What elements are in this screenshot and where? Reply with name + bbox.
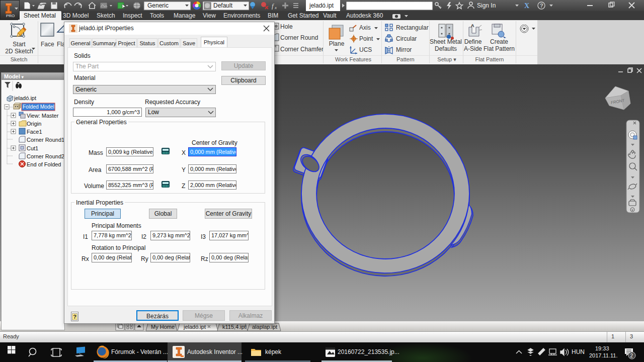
svg-text:X: X — [524, 2, 529, 10]
svg-text:?: ? — [540, 3, 543, 9]
svg-text:PRO: PRO — [6, 14, 15, 18]
svg-text:alaplap.ipt: alaplap.ipt — [252, 324, 277, 330]
svg-text:19:33: 19:33 — [595, 345, 609, 351]
svg-text:képek: képek — [265, 348, 282, 355]
svg-text:Default: Default — [213, 2, 233, 9]
svg-text:Generic: Generic — [147, 2, 169, 9]
svg-text:Sign In: Sign In — [477, 2, 496, 9]
svg-text:x: x — [274, 5, 277, 10]
svg-text:HUN: HUN — [572, 348, 585, 355]
svg-text:2017.11.11.: 2017.11.11. — [589, 352, 617, 358]
svg-text:Corner Round1: Corner Round1 — [27, 137, 64, 143]
svg-text:Folded Model: Folded Model — [23, 104, 54, 110]
svg-text:jeladó.ipt: jeladó.ipt — [14, 95, 36, 101]
svg-text:Fórumok - Veterán ...: Fórumok - Veterán ... — [111, 348, 168, 355]
svg-text:jeladó.ipt: jeladó.ipt — [309, 2, 334, 9]
svg-text:k115,4.ipt: k115,4.ipt — [222, 324, 246, 330]
svg-text:Corner Round2: Corner Round2 — [27, 153, 64, 159]
svg-text:2: 2 — [630, 353, 633, 358]
svg-text:View: Master: View: Master — [27, 113, 59, 119]
svg-text:A: A — [471, 23, 474, 28]
svg-text:My Home: My Home — [151, 324, 175, 330]
svg-text:Origin: Origin — [27, 121, 41, 127]
svg-text:jeladó.ipt: jeladó.ipt — [183, 324, 206, 330]
svg-text:End of Folded: End of Folded — [27, 161, 61, 167]
svg-text:Face1: Face1 — [27, 129, 42, 135]
svg-text:20160722_213535.jp...: 20160722_213535.jp... — [338, 348, 399, 355]
svg-text:Autodesk Inventor ...: Autodesk Inventor ... — [187, 348, 243, 355]
svg-text:Cut1: Cut1 — [27, 145, 38, 151]
